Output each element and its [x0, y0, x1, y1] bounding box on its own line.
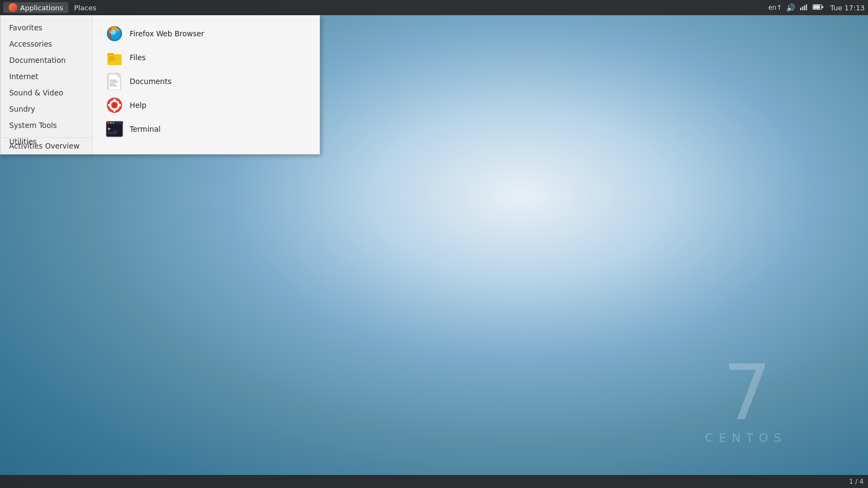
centos-version-number: 7 [705, 355, 787, 431]
battery-icon[interactable] [813, 4, 824, 12]
firefox-icon-container [106, 25, 123, 42]
categories-pane: Favorites Accessories Documentation Inte… [1, 15, 93, 154]
app-label-documents: Documents [130, 77, 171, 86]
terminal-icon: ▶ _ bash [106, 121, 123, 137]
app-label-files: Files [130, 53, 146, 62]
app-label-help: Help [130, 101, 146, 110]
svg-rect-36 [107, 121, 123, 123]
app-item-help[interactable]: Help [101, 93, 311, 117]
panel-right: en↑ 🔊 Tue 17:13 [768, 3, 865, 12]
svg-point-39 [113, 122, 114, 124]
category-sound-video[interactable]: Sound & Video [1, 85, 92, 101]
workspace-indicator: 1 / 4 [849, 478, 864, 485]
svg-point-37 [108, 122, 110, 124]
clock-display[interactable]: Tue 17:13 [830, 4, 865, 12]
svg-text:bash: bash [108, 131, 117, 135]
svg-rect-21 [110, 80, 117, 81]
category-favorites[interactable]: Favorites [1, 20, 92, 36]
svg-rect-24 [110, 86, 117, 87]
places-label: Places [74, 4, 96, 12]
category-accessories[interactable]: Accessories [1, 36, 92, 52]
svg-point-38 [110, 122, 112, 124]
centos-watermark: 7 CENTOS [705, 355, 787, 445]
places-menu-button[interactable]: Places [68, 3, 101, 13]
battery-svg [813, 4, 824, 10]
documents-icon-container [106, 73, 123, 90]
svg-rect-20 [117, 74, 120, 78]
files-icon-container [106, 49, 123, 66]
files-icon [106, 49, 123, 66]
app-item-firefox[interactable]: Firefox Web Browser [101, 22, 311, 46]
svg-rect-6 [822, 6, 824, 8]
top-panel: Applications Places en↑ 🔊 Tue 17:13 [0, 0, 868, 15]
svg-rect-16 [108, 60, 115, 61]
category-system-tools[interactable]: System Tools [1, 117, 92, 133]
terminal-icon-container: ▶ _ bash [106, 120, 123, 138]
activities-overview-button[interactable]: Activities Overview [1, 137, 93, 154]
network-icon[interactable] [800, 3, 808, 12]
language-indicator[interactable]: en↑ [768, 4, 782, 11]
svg-rect-0 [800, 8, 801, 10]
app-label-terminal: Terminal [130, 125, 161, 133]
category-sundry[interactable]: Sundry [1, 101, 92, 117]
app-item-terminal[interactable]: ▶ _ bash Terminal [101, 117, 311, 141]
app-item-files[interactable]: Files [101, 46, 311, 69]
help-icon-container [106, 97, 123, 114]
app-label-firefox: Firefox Web Browser [130, 29, 204, 38]
svg-rect-14 [108, 56, 114, 57]
svg-rect-3 [806, 4, 807, 10]
applications-menu-button[interactable]: Applications [3, 2, 68, 13]
svg-point-33 [112, 103, 117, 107]
network-svg [800, 3, 808, 11]
app-item-documents[interactable]: Documents [101, 69, 311, 93]
apps-pane: Firefox Web Browser Files [93, 15, 320, 154]
svg-rect-2 [804, 5, 805, 10]
firefox-icon [106, 25, 123, 42]
svg-rect-15 [108, 58, 116, 59]
svg-rect-5 [814, 5, 820, 9]
category-documentation[interactable]: Documentation [1, 52, 92, 68]
volume-icon[interactable]: 🔊 [786, 3, 795, 12]
svg-rect-1 [802, 7, 803, 10]
centos-brand-text: CENTOS [705, 431, 787, 445]
applications-icon [9, 3, 17, 12]
app-menu-dropdown: Favorites Accessories Documentation Inte… [0, 15, 320, 155]
applications-label: Applications [20, 4, 63, 12]
help-icon [106, 97, 123, 114]
category-internet[interactable]: Internet [1, 68, 92, 85]
svg-rect-22 [110, 82, 118, 83]
bottom-panel: 1 / 4 [0, 475, 868, 488]
svg-rect-23 [110, 84, 116, 85]
documents-icon [106, 73, 123, 90]
panel-left: Applications Places [3, 2, 102, 13]
